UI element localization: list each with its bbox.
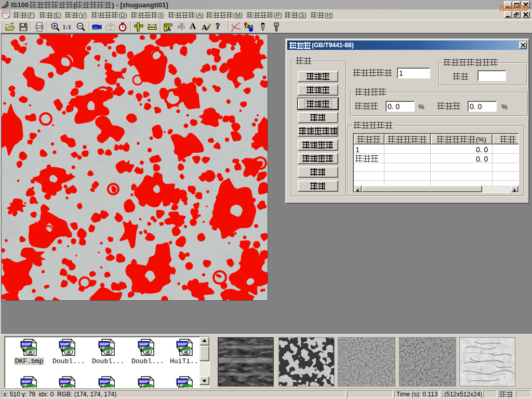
svg-text:BMP: BMP xyxy=(22,379,31,384)
svg-text:2: 2 xyxy=(247,24,250,29)
svg-text:3: 3 xyxy=(250,24,253,29)
svg-text:DOC: DOC xyxy=(3,11,9,15)
svg-text:BMP: BMP xyxy=(60,342,70,347)
svg-text:BMP: BMP xyxy=(100,379,109,384)
svg-text:1: 1 xyxy=(244,24,247,29)
svg-text:BMP: BMP xyxy=(22,342,31,347)
svg-text:BMP: BMP xyxy=(139,379,149,384)
svg-text:A: A xyxy=(167,26,171,32)
svg-text:BMP: BMP xyxy=(178,379,187,384)
svg-text:BMP: BMP xyxy=(139,342,149,347)
svg-text:BMP: BMP xyxy=(178,342,187,347)
svg-text:BMP: BMP xyxy=(60,379,70,384)
svg-text:BMP: BMP xyxy=(100,342,109,347)
